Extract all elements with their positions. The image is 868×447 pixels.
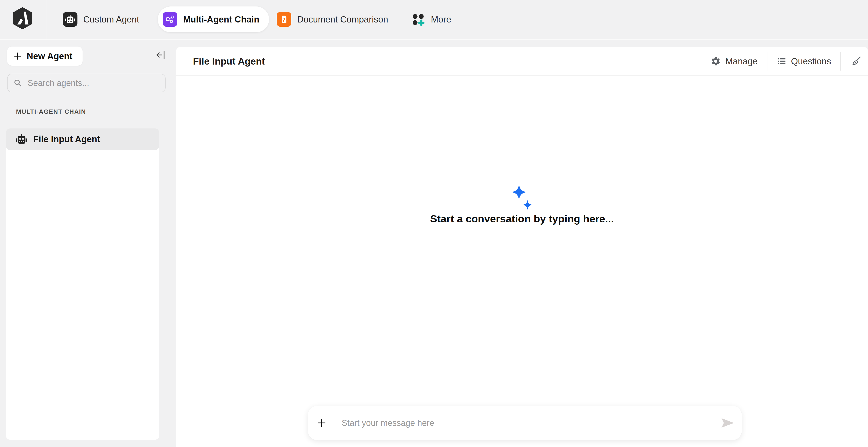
workflow-icon [163, 12, 177, 27]
new-agent-label: New Agent [27, 51, 72, 61]
robot-icon [63, 12, 78, 27]
header-divider [767, 52, 767, 70]
manage-button[interactable]: Manage [711, 56, 757, 66]
plus-icon [13, 52, 22, 61]
sidebar-item-file-input-agent[interactable]: File Input Agent [6, 128, 159, 150]
search-icon [13, 79, 22, 88]
page-title: File Input Agent [193, 47, 265, 76]
agent-list-panel [6, 128, 159, 440]
empty-state-message: Start a conversation by typing here... [176, 213, 868, 225]
main-panel: File Input Agent Manage [176, 47, 868, 447]
questions-label: Questions [791, 56, 831, 66]
message-composer [308, 406, 742, 440]
tab-multi-agent-chain[interactable]: Multi-Agent Chain [158, 6, 269, 32]
top-navigation-bar: Custom Agent Multi-Agent Chain [0, 0, 868, 40]
robot-icon [16, 134, 27, 145]
composer-divider [333, 412, 333, 434]
questions-button[interactable]: Questions [777, 56, 831, 66]
tab-label: Multi-Agent Chain [183, 14, 259, 25]
message-input[interactable] [341, 418, 721, 428]
app-root: Custom Agent Multi-Agent Chain [0, 0, 868, 447]
header-actions: Manage Questions [711, 47, 862, 76]
tab-custom-agent[interactable]: Custom Agent [63, 6, 139, 32]
send-button[interactable] [721, 418, 734, 428]
manage-label: Manage [725, 56, 757, 66]
plus-icon[interactable] [317, 418, 326, 427]
apps-plus-icon [411, 12, 425, 27]
tab-document-comparison[interactable]: Document Comparison [277, 6, 388, 32]
agent-name: File Input Agent [33, 134, 100, 144]
tab-more[interactable]: More [411, 6, 451, 32]
tab-label: Document Comparison [297, 14, 388, 25]
app-logo-icon[interactable] [12, 7, 32, 30]
sidebar-section-header: MULTI-AGENT CHAIN [16, 108, 86, 115]
broom-icon[interactable] [850, 55, 862, 67]
collapse-sidebar-icon[interactable] [155, 50, 166, 61]
send-icon [721, 418, 734, 428]
list-icon [777, 56, 786, 66]
nav-divider [47, 0, 47, 39]
search-agents-input[interactable] [27, 78, 159, 88]
new-agent-button[interactable]: New Agent [7, 47, 83, 66]
gear-icon [711, 56, 721, 66]
tab-label: More [431, 14, 451, 25]
sparkles-icon [509, 184, 535, 215]
tab-label: Custom Agent [83, 14, 139, 25]
document-compare-icon [277, 12, 291, 27]
main-header: File Input Agent Manage [176, 47, 868, 76]
agent-search-box [7, 74, 165, 92]
header-divider [840, 52, 841, 70]
